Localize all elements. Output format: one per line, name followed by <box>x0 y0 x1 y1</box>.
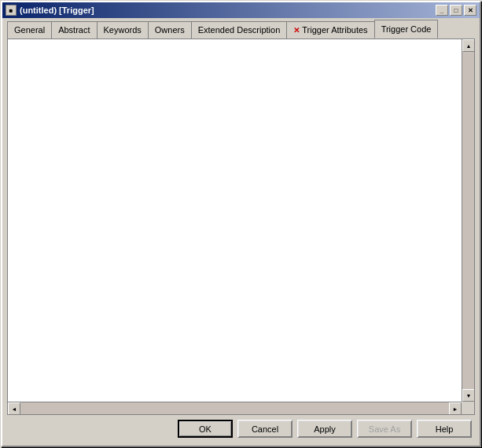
save-as-button[interactable]: Save As <box>357 420 412 438</box>
tab-extended-description-label: Extended Description <box>198 25 281 35</box>
tab-owners-label: Owners <box>155 25 185 35</box>
scroll-up-button[interactable]: ▲ <box>462 39 474 52</box>
tab-trigger-attributes-label: Trigger Attributes <box>302 25 367 35</box>
title-controls: _ □ ✕ <box>436 5 476 16</box>
vertical-scrollbar[interactable]: ▲ ▼ <box>462 39 474 402</box>
tab-general-label: General <box>14 25 45 35</box>
scroll-right-button[interactable]: ► <box>449 402 462 414</box>
tabs-row: General Abstract Keywords Owners Extende… <box>7 21 475 39</box>
tab-content-area[interactable]: ▲ ▼ ◄ ► <box>8 39 474 414</box>
tab-abstract-label: Abstract <box>58 25 90 35</box>
error-icon: ✕ <box>293 26 300 35</box>
tab-extended-description[interactable]: Extended Description <box>191 21 288 39</box>
window-title: (untitled) [Trigger] <box>20 6 94 15</box>
apply-button[interactable]: Apply <box>297 420 352 438</box>
scroll-left-button[interactable]: ◄ <box>8 402 20 414</box>
main-window: ■ (untitled) [Trigger] _ □ ✕ General Abs… <box>1 1 481 447</box>
tab-keywords[interactable]: Keywords <box>97 21 149 39</box>
scroll-corner <box>462 402 474 414</box>
right-arrow-icon: ► <box>453 406 458 412</box>
tab-panel: ▲ ▼ ◄ ► <box>7 39 475 415</box>
down-arrow-icon: ▼ <box>466 393 472 398</box>
help-button[interactable]: Help <box>417 420 472 438</box>
tab-general[interactable]: General <box>7 21 52 39</box>
scroll-down-button[interactable]: ▼ <box>462 389 474 402</box>
tab-trigger-attributes[interactable]: ✕ Trigger Attributes <box>286 21 374 39</box>
button-row: OK Cancel Apply Save As Help <box>7 415 475 441</box>
close-button[interactable]: ✕ <box>464 5 476 16</box>
maximize-button[interactable]: □ <box>450 5 462 16</box>
tab-owners[interactable]: Owners <box>148 21 192 39</box>
tab-keywords-label: Keywords <box>104 25 142 35</box>
ok-button[interactable]: OK <box>178 420 233 438</box>
minimize-button[interactable]: _ <box>436 5 448 16</box>
tab-abstract[interactable]: Abstract <box>51 21 97 39</box>
horizontal-scrollbar[interactable]: ◄ ► <box>8 402 462 414</box>
title-bar-left: ■ (untitled) [Trigger] <box>6 5 94 16</box>
content-area: General Abstract Keywords Owners Extende… <box>2 18 480 446</box>
up-arrow-icon: ▲ <box>466 43 472 49</box>
title-bar: ■ (untitled) [Trigger] _ □ ✕ <box>2 2 480 18</box>
tab-trigger-code[interactable]: Trigger Code <box>374 20 439 39</box>
tab-trigger-code-label: Trigger Code <box>381 24 432 34</box>
scroll-v-track[interactable] <box>462 52 474 389</box>
left-arrow-icon: ◄ <box>12 406 17 412</box>
cancel-button[interactable]: Cancel <box>237 420 293 438</box>
window-icon: ■ <box>6 5 17 16</box>
scroll-h-track[interactable] <box>20 402 449 414</box>
